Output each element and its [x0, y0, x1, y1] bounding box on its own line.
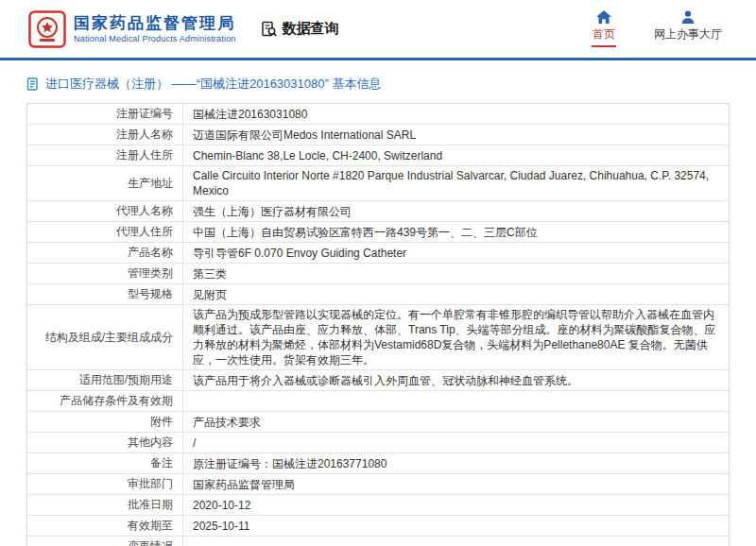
person-icon — [681, 10, 695, 24]
row-value: 中国（上海）自由贸易试验区富特西一路439号第一、二、三层C部位 — [183, 222, 729, 242]
table-row: 注册证编号国械注进20163031080 — [27, 104, 729, 125]
row-label: 注册人名称 — [27, 125, 183, 145]
table-row: 备注原注册证编号：国械注进20163771080 — [27, 453, 729, 474]
row-value: 产品技术要求 — [183, 412, 729, 432]
header-nav: 首页 网上办事大厅 — [592, 10, 728, 47]
nav-home-label: 首页 — [593, 26, 615, 43]
national-emblem-icon — [28, 10, 66, 48]
row-value: 强生（上海）医疗器材有限公司 — [183, 201, 729, 221]
row-value: / — [183, 433, 729, 452]
breadcrumb-text: 进口医疗器械（注册） ——“国械注进20163031080” 基本信息 — [45, 76, 381, 93]
table-row: 注册人住所Chemin-Blanc 38,Le Locle, CH-2400, … — [27, 145, 729, 166]
nav-item-home[interactable]: 首页 — [592, 10, 616, 47]
agency-name-cn: 国家药品监督管理局 — [74, 13, 236, 33]
row-value — [183, 391, 729, 411]
row-label-text: 代理人住所 — [116, 224, 173, 240]
table-row: 型号规格见附页 — [27, 284, 729, 305]
row-label-text: 注册人名称 — [116, 127, 173, 143]
row-label: 变更情况 — [27, 537, 183, 546]
table-row: 附件产品技术要求 — [27, 412, 729, 433]
table-row: 代理人住所中国（上海）自由贸易试验区富特西一路439号第一、二、三层C部位 — [27, 222, 729, 243]
document-icon — [26, 77, 40, 91]
row-label-text: 审批部门 — [128, 476, 173, 492]
page-header: 国家药品监督管理局 National Medical Products Admi… — [0, 0, 756, 60]
agency-logo: 国家药品监督管理局 National Medical Products Admi… — [28, 10, 236, 48]
row-label: 产品名称 — [27, 243, 183, 263]
table-row: 其他内容/ — [27, 433, 729, 453]
row-label-text: 注册证编号 — [116, 106, 173, 122]
row-label-text: 有效期至 — [128, 518, 173, 534]
data-query-label: 数据查询 — [283, 20, 339, 38]
row-value: 见附页 — [183, 284, 729, 304]
main-content: 进口医疗器械（注册） ——“国械注进20163031080” 基本信息 注册证编… — [0, 60, 756, 546]
row-label-text: 产品储存条件及有效期 — [60, 393, 173, 409]
row-label: 审批部门 — [27, 474, 183, 494]
data-query-icon — [261, 21, 278, 38]
row-label-text: 型号规格 — [128, 286, 173, 302]
row-value: 该产品为预成形型管路以实现器械的定位。有一个单腔常有非锥形腔的编织导管以帮助介入… — [183, 305, 729, 369]
row-value — [183, 537, 729, 546]
table-row: 注册人名称迈道国际有限公司Medos International SARL — [27, 125, 729, 145]
row-value: 2020-10-12 — [183, 495, 729, 515]
row-label-text: 管理类别 — [128, 265, 173, 282]
row-label-text: 备注 — [150, 455, 173, 471]
row-label: 注册人住所 — [27, 145, 183, 165]
row-label-text: 代理人名称 — [116, 203, 173, 219]
table-row: 审批部门国家药品监督管理局 — [27, 474, 729, 495]
row-value: 该产品用于将介入器械或诊断器械引入外周血管、冠状动脉和神经血管系统。 — [183, 370, 729, 390]
nav-service-hall-label: 网上办事大厅 — [654, 26, 722, 43]
row-label: 注册证编号 — [27, 104, 183, 124]
row-label: 管理类别 — [27, 264, 183, 283]
table-row: 批准日期2020-10-12 — [27, 495, 729, 516]
table-row: 结构及组成/主要组成成分该产品为预成形型管路以实现器械的定位。有一个单腔常有非锥… — [27, 305, 729, 370]
row-label: 备注 — [27, 453, 183, 473]
row-label: 批准日期 — [27, 495, 183, 515]
agency-name-en: National Medical Products Administration — [74, 34, 236, 44]
table-row: 生产地址Calle Circuito Interior Norte #1820 … — [27, 166, 729, 201]
row-label-text: 其他内容 — [128, 435, 173, 451]
row-label-text: 注册人住所 — [116, 147, 173, 163]
row-label: 有效期至 — [27, 516, 183, 536]
row-value: 原注册证编号：国械注进20163771080 — [183, 453, 729, 473]
row-label-text: 附件 — [150, 414, 173, 430]
table-row: 代理人名称强生（上海）医疗器材有限公司 — [27, 201, 729, 222]
home-icon — [596, 10, 611, 24]
row-label-text: 适用范围/预期用途 — [79, 372, 173, 388]
row-label-text: 批准日期 — [128, 497, 173, 513]
row-label: 代理人名称 — [27, 201, 183, 221]
row-label: 产品储存条件及有效期 — [27, 391, 183, 411]
row-value: 国械注进20163031080 — [183, 104, 729, 124]
row-value: 导引导管6F 0.070 Envoy Guiding Catheter — [183, 243, 729, 263]
row-label: 代理人住所 — [27, 222, 183, 242]
table-row: 变更情况 — [27, 537, 729, 546]
row-value: 迈道国际有限公司Medos International SARL — [183, 125, 729, 145]
row-label: 结构及组成/主要组成成分 — [27, 305, 183, 369]
table-row: 有效期至2025-10-11 — [27, 516, 729, 537]
row-value: 2025-10-11 — [183, 516, 729, 536]
row-label: 生产地址 — [27, 166, 183, 200]
data-query-title: 数据查询 — [261, 20, 339, 38]
table-row: 管理类别第三类 — [27, 264, 729, 284]
row-label-text: 产品名称 — [128, 245, 173, 261]
table-row: 产品储存条件及有效期 — [27, 391, 729, 412]
nav-item-service-hall[interactable]: 网上办事大厅 — [654, 10, 722, 47]
table-row: 适用范围/预期用途该产品用于将介入器械或诊断器械引入外周血管、冠状动脉和神经血管… — [27, 370, 729, 391]
info-table: 注册证编号国械注进20163031080注册人名称迈道国际有限公司Medos I… — [26, 103, 730, 546]
breadcrumb: 进口医疗器械（注册） ——“国械注进20163031080” 基本信息 — [26, 76, 730, 93]
row-label-text: 生产地址 — [128, 176, 173, 192]
row-label: 适用范围/预期用途 — [27, 370, 183, 390]
row-label-text: 结构及组成/主要组成成分 — [45, 330, 173, 346]
row-value: 第三类 — [183, 264, 729, 283]
row-value: Calle Circuito Interior Norte #1820 Parq… — [183, 166, 729, 200]
row-label: 其他内容 — [27, 433, 183, 452]
row-value: Chemin-Blanc 38,Le Locle, CH-2400, Switz… — [183, 145, 729, 165]
row-label-text: 变更情况 — [128, 538, 173, 546]
agency-name: 国家药品监督管理局 National Medical Products Admi… — [74, 13, 236, 44]
table-row: 产品名称导引导管6F 0.070 Envoy Guiding Catheter — [27, 243, 729, 264]
row-label: 型号规格 — [27, 284, 183, 304]
row-value: 国家药品监督管理局 — [183, 474, 729, 494]
row-label: 附件 — [27, 412, 183, 432]
